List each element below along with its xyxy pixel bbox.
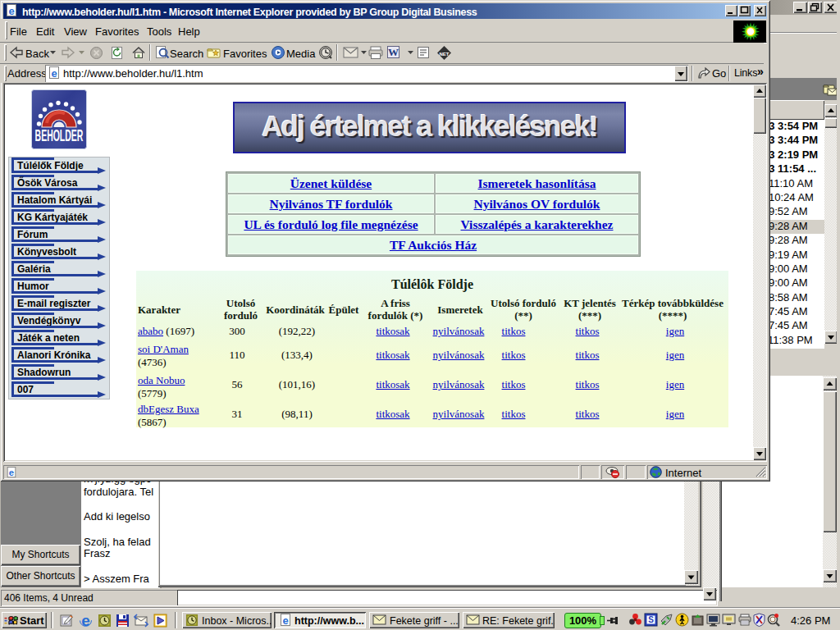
svg-text:e: e	[8, 5, 14, 17]
svg-text:BEHOLDER: BEHOLDER	[35, 126, 84, 145]
svg-text:e: e	[282, 614, 288, 627]
svg-text:S: S	[648, 615, 654, 624]
svg-text:NET: NET	[440, 52, 450, 57]
svg-text:W: W	[388, 46, 399, 58]
svg-text:e: e	[51, 67, 57, 80]
svg-text:e: e	[9, 468, 14, 477]
